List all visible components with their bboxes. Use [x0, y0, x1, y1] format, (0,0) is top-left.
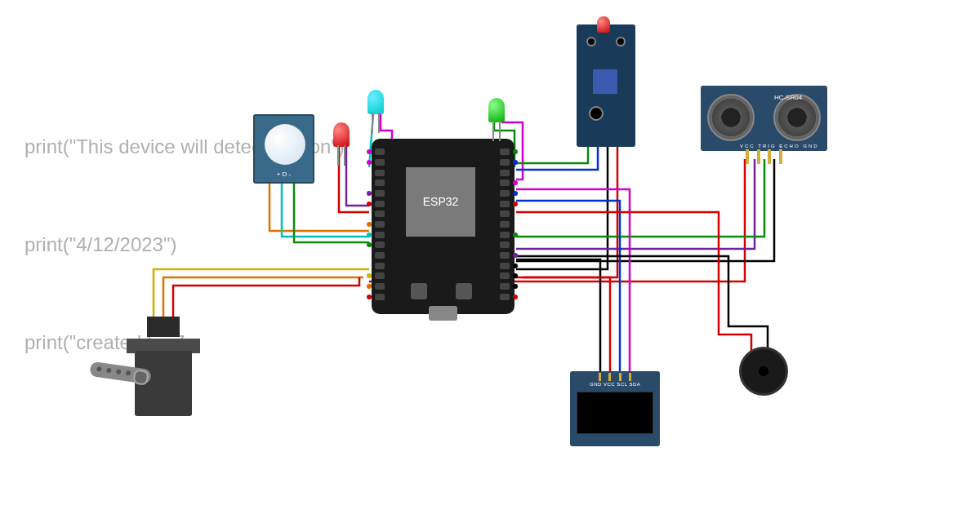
led-cyan[interactable]	[368, 90, 384, 114]
oled-display[interactable]: GND VCC SCL SDA	[570, 371, 660, 446]
ir-indicator-led-icon	[597, 16, 610, 33]
ultrasonic-label: HC-SR04	[760, 94, 817, 101]
ir-potentiometer[interactable]	[593, 69, 617, 94]
esp32-pins-right	[500, 147, 511, 302]
ir-emitter-icon	[586, 37, 596, 47]
oled-pin-labels: GND VCC SCL SDA	[590, 382, 640, 387]
ir-component-icon	[589, 106, 604, 121]
piezo-buzzer[interactable]	[739, 347, 788, 396]
ultrasonic-sensor[interactable]: HC-SR04 VCC TRIG ECHO GND	[701, 86, 827, 151]
esp32-chip-label: ESP32	[406, 167, 475, 237]
ultrasonic-pin-labels: VCC TRIG ECHO GND	[740, 144, 819, 148]
esp32-button-left[interactable]	[411, 283, 427, 299]
servo-motor[interactable]	[127, 326, 200, 416]
esp32-usb-port	[429, 306, 457, 321]
pir-motion-sensor[interactable]: + D -	[253, 114, 314, 184]
oled-screen	[577, 392, 653, 434]
esp32-button-right[interactable]	[456, 283, 472, 299]
esp32-board[interactable]: ESP32	[372, 139, 514, 314]
led-red[interactable]	[333, 122, 350, 147]
pir-pin-labels: + D -	[255, 171, 313, 178]
pir-dome-icon	[265, 124, 305, 165]
servo-connector	[147, 317, 180, 337]
esp32-pins-left	[375, 147, 386, 302]
ultrasonic-pins	[742, 149, 786, 161]
ir-receiver-icon	[616, 37, 626, 47]
oled-pins	[595, 373, 635, 381]
ultrasonic-transmitter-icon	[707, 94, 755, 141]
ir-obstacle-sensor[interactable]	[577, 24, 635, 147]
led-green[interactable]	[488, 98, 505, 122]
